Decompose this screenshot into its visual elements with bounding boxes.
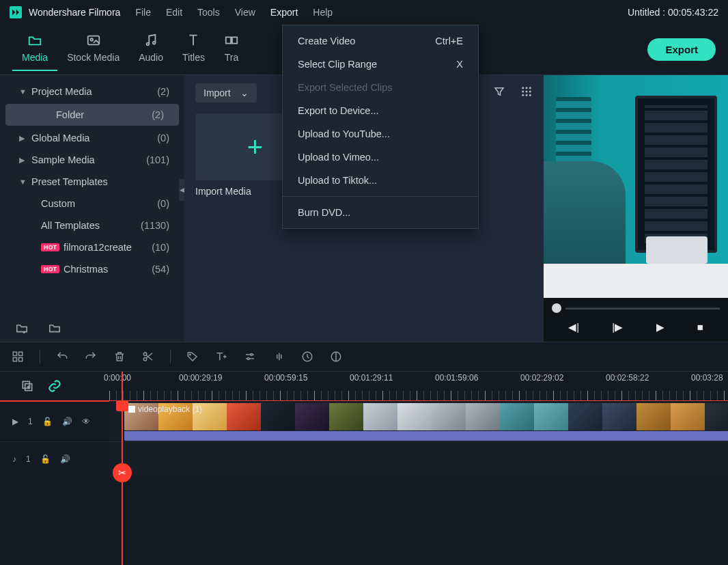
burn-dvd[interactable]: Burn DVD... xyxy=(283,201,478,224)
sidebar-folder[interactable]: Folder(2) xyxy=(5,104,179,126)
mute-icon[interactable]: 🔊 xyxy=(62,417,72,426)
color-icon[interactable] xyxy=(329,350,343,363)
plus-icon: + xyxy=(247,132,263,163)
sidebar-all-templates[interactable]: All Templates(1130) xyxy=(0,215,184,236)
app-logo-icon xyxy=(10,6,22,18)
svg-point-10 xyxy=(526,91,528,93)
preview-canvas[interactable] xyxy=(544,75,728,298)
sidebar-christmas[interactable]: HOTChristmas(54) xyxy=(0,258,184,280)
svg-rect-16 xyxy=(19,352,23,355)
audio-track-header: ♪1 🔓 🔊 xyxy=(0,442,109,476)
tab-media[interactable]: Media xyxy=(12,29,57,71)
svg-point-7 xyxy=(526,87,528,89)
video-track: ▶1 🔓 🔊 👁 videoplayback (1) xyxy=(0,400,728,441)
tab-transitions[interactable]: Tra xyxy=(214,29,249,71)
next-frame-icon[interactable]: |▶ xyxy=(612,321,623,333)
tab-stock-media[interactable]: Stock Media xyxy=(57,29,129,71)
transitions-icon xyxy=(224,33,239,48)
lock-icon[interactable]: 🔓 xyxy=(40,454,51,464)
layout-icon[interactable] xyxy=(11,350,25,363)
export-select-clip-range[interactable]: Select Clip RangeX xyxy=(283,53,478,76)
prev-frame-icon[interactable]: ◀| xyxy=(568,321,579,333)
svg-point-6 xyxy=(522,87,524,89)
play-icon[interactable]: ▶ xyxy=(656,321,664,333)
timeline: 0:00:00 00:00:29:19 00:00:59:15 00:01:29… xyxy=(0,372,728,565)
sidebar-custom[interactable]: Custom(0) xyxy=(0,193,184,215)
svg-point-21 xyxy=(190,354,191,355)
document-title: Untitled : 00:05:43:22 xyxy=(628,7,718,18)
tab-audio[interactable]: Audio xyxy=(129,29,173,71)
svg-point-1 xyxy=(90,38,93,41)
chevron-down-icon: ⌄ xyxy=(240,87,249,98)
text-add-icon[interactable] xyxy=(214,350,228,363)
audio-track-icon: ♪ xyxy=(12,454,16,464)
filter-icon[interactable] xyxy=(493,85,505,100)
sidebar-filmora12create[interactable]: HOTfilmora12create(10) xyxy=(0,236,184,258)
add-track-icon[interactable] xyxy=(20,379,34,393)
collapse-sidebar-icon[interactable]: ◀ xyxy=(179,179,184,201)
timeline-toolbar xyxy=(0,342,728,372)
tag-icon[interactable] xyxy=(186,350,199,363)
svg-rect-5 xyxy=(232,37,237,43)
export-to-device[interactable]: Export to Device... xyxy=(283,99,478,122)
svg-point-11 xyxy=(529,91,531,93)
video-track-icon: ▶ xyxy=(12,417,18,426)
media-sidebar: ▼Project Media(2) Folder(2) ▶Global Medi… xyxy=(0,75,184,342)
preview-scrubber[interactable] xyxy=(552,303,720,313)
upload-youtube[interactable]: Upload to YouTube... xyxy=(283,122,478,146)
menu-export[interactable]: Export xyxy=(270,7,298,18)
redo-icon[interactable] xyxy=(84,350,98,363)
clip-audio-strip[interactable] xyxy=(124,431,728,441)
grid-view-icon[interactable] xyxy=(520,85,533,100)
menu-help[interactable]: Help xyxy=(313,7,333,18)
mute-icon[interactable]: 🔊 xyxy=(60,454,70,464)
svg-rect-18 xyxy=(19,358,23,361)
hot-badge-icon: HOT xyxy=(41,265,59,273)
audio-adjust-icon[interactable] xyxy=(272,350,285,363)
tab-titles[interactable]: Titles xyxy=(173,29,214,71)
sidebar-project-media[interactable]: ▼Project Media(2) xyxy=(0,81,184,102)
adjust-icon[interactable] xyxy=(243,350,257,363)
audio-icon xyxy=(143,33,158,48)
delete-icon[interactable] xyxy=(113,350,126,363)
sidebar-sample-media[interactable]: ▶Sample Media(101) xyxy=(0,149,184,171)
playhead-grip-icon[interactable] xyxy=(116,400,128,411)
speed-icon[interactable] xyxy=(300,350,314,363)
menu-view[interactable]: View xyxy=(235,7,255,18)
menu-file[interactable]: File xyxy=(135,7,151,18)
folder-icon[interactable] xyxy=(48,322,61,336)
undo-icon[interactable] xyxy=(55,350,69,363)
export-create-video[interactable]: Create VideoCtrl+E xyxy=(283,29,478,53)
new-folder-icon[interactable] xyxy=(15,322,29,336)
upload-vimeo[interactable]: Upload to Vimeo... xyxy=(283,146,478,169)
clip-play-icon xyxy=(128,406,135,413)
audio-track: ♪1 🔓 🔊 xyxy=(0,441,728,476)
video-track-header: ▶1 🔓 🔊 👁 xyxy=(0,401,109,441)
sidebar-preset-templates[interactable]: ▼Preset Templates xyxy=(0,171,184,193)
menu-edit[interactable]: Edit xyxy=(166,7,182,18)
split-icon[interactable] xyxy=(141,350,155,363)
svg-point-2 xyxy=(147,42,150,45)
link-icon[interactable] xyxy=(48,379,61,393)
video-track-body[interactable]: videoplayback (1) xyxy=(109,401,728,441)
import-select[interactable]: Import⌄ xyxy=(195,83,257,102)
menu-bar: File Edit Tools View Export Help xyxy=(135,7,333,18)
visibility-icon[interactable]: 👁 xyxy=(82,417,90,426)
upload-tiktok[interactable]: Upload to Tiktok... xyxy=(283,169,478,192)
export-selected-clips: Export Selected Clips xyxy=(283,76,478,99)
video-clip[interactable]: videoplayback (1) xyxy=(124,403,728,430)
menu-tools[interactable]: Tools xyxy=(197,7,220,18)
svg-rect-15 xyxy=(13,352,16,355)
titles-icon xyxy=(186,33,201,48)
export-button[interactable]: Export xyxy=(647,38,716,61)
playhead-cut-icon[interactable]: ✂ xyxy=(113,463,132,482)
svg-point-9 xyxy=(522,91,524,93)
sidebar-global-media[interactable]: ▶Global Media(0) xyxy=(0,127,184,149)
stop-icon[interactable]: ■ xyxy=(697,321,703,333)
svg-rect-4 xyxy=(226,37,231,43)
playhead[interactable]: ✂ xyxy=(122,372,123,565)
lock-icon[interactable]: 🔓 xyxy=(42,417,53,426)
timeline-ruler[interactable]: 0:00:00 00:00:29:19 00:00:59:15 00:01:29… xyxy=(109,372,728,400)
svg-rect-17 xyxy=(13,358,16,361)
audio-track-body[interactable] xyxy=(109,442,728,476)
